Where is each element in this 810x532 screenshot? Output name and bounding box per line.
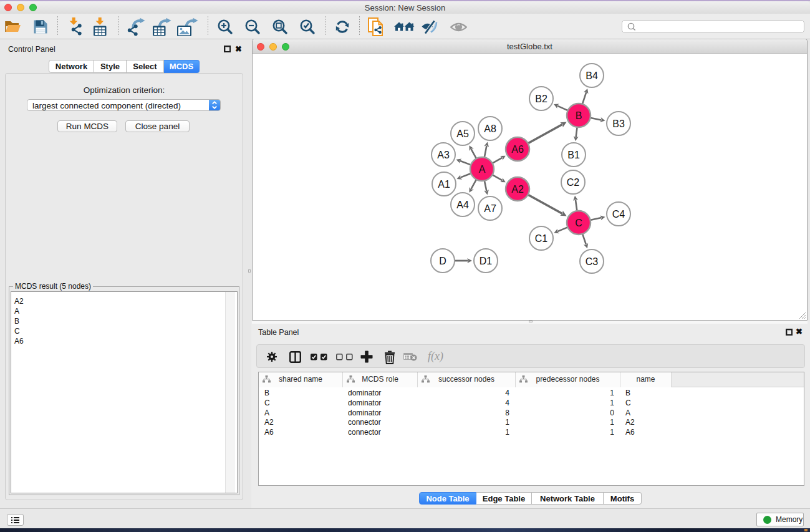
svg-text:A6: A6 (511, 144, 524, 155)
svg-text:A: A (479, 164, 486, 175)
svg-text:B3: B3 (612, 118, 625, 129)
svg-text:A5: A5 (456, 128, 469, 139)
svg-text:C4: C4 (612, 209, 625, 220)
svg-text:B1: B1 (567, 150, 580, 160)
svg-text:C1: C1 (535, 233, 548, 244)
svg-text:A3: A3 (437, 150, 450, 160)
svg-text:B2: B2 (535, 94, 547, 104)
svg-text:D: D (439, 256, 446, 266)
svg-text:A8: A8 (484, 123, 496, 134)
svg-text:C3: C3 (586, 256, 599, 267)
svg-text:B4: B4 (586, 70, 598, 81)
svg-text:C: C (575, 218, 582, 228)
svg-text:B: B (576, 110, 582, 121)
svg-text:C2: C2 (567, 177, 580, 188)
svg-text:A1: A1 (438, 179, 450, 190)
svg-text:D1: D1 (480, 256, 493, 266)
svg-text:A2: A2 (511, 184, 524, 195)
svg-text:A4: A4 (456, 200, 469, 210)
svg-text:A7: A7 (484, 203, 496, 214)
